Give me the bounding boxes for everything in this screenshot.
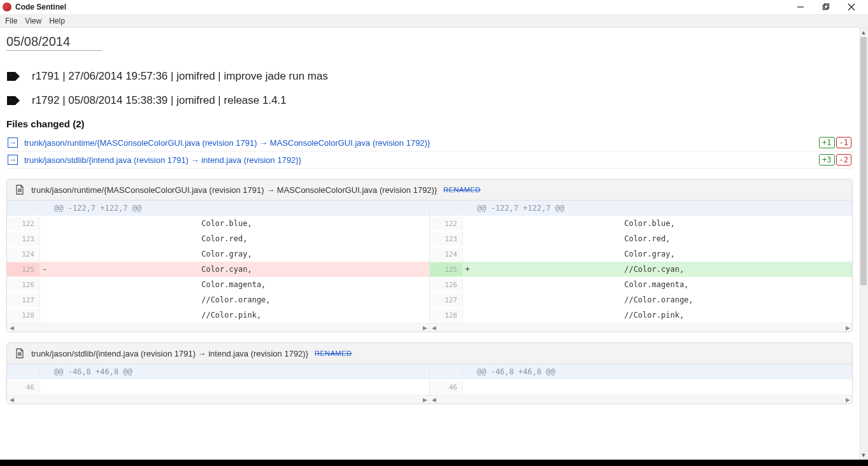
menu-file[interactable]: File (5, 17, 17, 25)
svg-rect-2 (825, 4, 829, 8)
svg-rect-1 (823, 5, 828, 10)
close-button[interactable] (843, 1, 860, 13)
menu-help[interactable]: Help (49, 17, 65, 25)
app-icon (3, 3, 11, 11)
window-title: Code Sentinel (15, 3, 792, 11)
menubar: File View Help (0, 14, 868, 28)
titlebar: Code Sentinel (0, 0, 868, 14)
maximize-button[interactable] (817, 1, 835, 13)
menu-view[interactable]: View (25, 17, 41, 25)
window-controls (792, 1, 865, 13)
minimize-button[interactable] (792, 1, 809, 13)
